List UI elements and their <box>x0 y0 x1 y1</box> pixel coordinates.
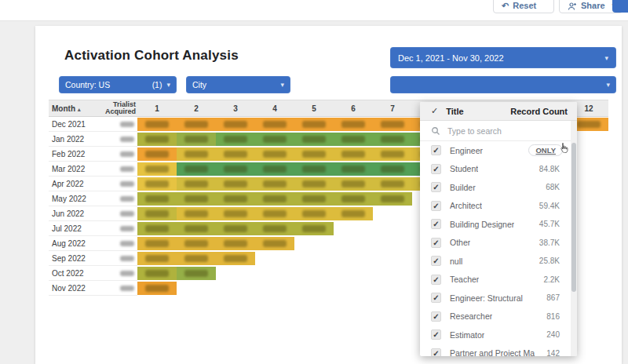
blurred-value <box>341 136 365 143</box>
blurred-value <box>184 121 208 128</box>
checkbox[interactable]: ✓ <box>431 293 441 303</box>
cohort-cell <box>137 222 177 235</box>
cohort-cell <box>216 118 255 131</box>
cohort-cell <box>255 162 294 176</box>
checkbox[interactable]: ✓ <box>431 201 441 211</box>
blurred-value <box>224 121 247 128</box>
blurred-value <box>184 240 208 247</box>
date-range-control[interactable]: Dec 1, 2021 - Nov 30, 2022 ▾ <box>390 47 616 68</box>
city-filter-label: City <box>192 80 206 89</box>
report-canvas: Activation Cohort Analysis Dec 1, 2021 -… <box>35 26 622 364</box>
checkbox[interactable]: ✓ <box>431 256 441 266</box>
month-cell: May 2022 <box>49 191 102 206</box>
cohort-cell <box>137 282 177 295</box>
list-item[interactable]: ✓Teacher2.2K <box>420 271 577 289</box>
list-item[interactable]: ✓null25.8K <box>420 252 577 271</box>
list-item[interactable]: ✓EngineerONLY <box>420 141 577 160</box>
dropdown-header: ✓ Title Record Count <box>420 102 577 121</box>
period-column-header: 5 <box>294 104 334 113</box>
reset-button[interactable]: ↶ Reset <box>493 0 554 13</box>
list-item-label: Builder <box>450 183 476 192</box>
list-item[interactable]: ✓Researcher816 <box>420 308 577 326</box>
cohort-cell <box>137 192 177 206</box>
period-column-header: 3 <box>216 104 255 113</box>
checkbox[interactable]: ✓ <box>431 182 441 192</box>
cohort-cell <box>216 207 255 220</box>
month-column-header[interactable]: Month▴ <box>49 104 102 113</box>
blurred-value <box>302 210 326 217</box>
checkbox[interactable]: ✓ <box>431 275 441 285</box>
country-filter-count: (1) <box>152 80 162 89</box>
check-icon[interactable]: ✓ <box>431 106 438 116</box>
list-item[interactable]: ✓Architect59.4K <box>420 197 577 216</box>
blurred-value <box>341 166 365 173</box>
cohort-cell <box>255 222 294 235</box>
blurred-value <box>120 181 134 187</box>
dropdown-scrollbar[interactable] <box>571 121 577 356</box>
country-filter-chip[interactable]: Country: US (1) ▾ <box>59 76 177 93</box>
search-input[interactable] <box>447 126 557 136</box>
city-filter-chip[interactable]: City ▾ <box>186 76 290 93</box>
cohort-cell <box>216 237 255 250</box>
checkbox[interactable]: ✓ <box>431 219 441 229</box>
cohort-cell <box>294 207 334 220</box>
record-count: 2.2K <box>543 275 566 284</box>
share-button-label: Share <box>581 1 605 10</box>
list-item[interactable]: ✓Other38.7K <box>420 234 577 253</box>
list-item[interactable]: ✓Engineer: Structural867 <box>420 289 577 308</box>
list-item[interactable]: ✓Student84.8K <box>420 160 577 179</box>
blurred-value <box>263 166 287 173</box>
blurred-value <box>184 136 208 143</box>
checkbox[interactable]: ✓ <box>431 145 441 155</box>
cohort-cell <box>294 222 334 235</box>
month-cell: Feb 2022 <box>49 147 102 162</box>
cohort-cell <box>334 162 373 176</box>
cohort-cell <box>177 207 216 220</box>
trialist-acquired-cell <box>102 132 137 147</box>
app-window: ↶ Reset Share ▾ Activation Cohort Analys… <box>0 0 628 364</box>
blurred-value <box>184 195 208 202</box>
cohort-cell <box>177 177 216 191</box>
period-column-header: 6 <box>334 104 373 113</box>
checkbox[interactable]: ✓ <box>431 311 441 322</box>
cohort-cell <box>177 222 216 235</box>
cohort-cell <box>373 147 412 161</box>
checkbox[interactable]: ✓ <box>431 348 441 356</box>
trialist-acquired-column-header[interactable]: TrialistAcquired <box>102 101 137 116</box>
cohort-cell <box>373 133 412 146</box>
record-count: 816 <box>546 312 566 321</box>
list-item[interactable]: ✓Estimator240 <box>420 326 577 344</box>
chevron-down-icon: ▾ <box>604 54 608 62</box>
cohort-cell <box>334 207 373 220</box>
blurred-value <box>224 255 247 262</box>
list-item-label: Partner and Project Ma <box>450 348 535 356</box>
cohort-cell <box>255 237 294 250</box>
cohort-cell <box>137 252 177 265</box>
list-item[interactable]: ✓Partner and Project Ma142 <box>420 344 577 357</box>
blurred-value <box>381 195 404 202</box>
list-item-label: Engineer <box>450 146 483 155</box>
blurred-value <box>120 136 134 142</box>
blurred-value <box>263 195 287 202</box>
title-filter-chip[interactable]: ▾ <box>390 76 616 93</box>
cohort-cell <box>255 118 294 131</box>
scrollbar-thumb[interactable] <box>571 143 576 292</box>
checkbox[interactable]: ✓ <box>431 164 441 174</box>
cohort-cell <box>177 162 216 176</box>
trialist-acquired-cell <box>102 177 137 191</box>
blurred-value <box>145 151 169 158</box>
cohort-cell <box>334 133 373 146</box>
checkbox[interactable]: ✓ <box>431 238 441 248</box>
list-item[interactable]: ✓Building Designer45.7K <box>420 215 577 234</box>
only-link[interactable]: ONLY <box>528 144 563 156</box>
cohort-cell <box>255 147 294 161</box>
list-item[interactable]: ✓Builder68K <box>420 178 577 197</box>
cohort-cell <box>177 118 216 131</box>
cohort-cell <box>294 147 334 161</box>
blurred-value <box>184 151 208 158</box>
view-button[interactable] <box>612 0 628 13</box>
cohort-cell <box>137 177 177 191</box>
trialist-acquired-cell <box>102 266 137 281</box>
share-button[interactable]: Share <box>559 0 608 13</box>
checkbox[interactable]: ✓ <box>431 329 441 340</box>
